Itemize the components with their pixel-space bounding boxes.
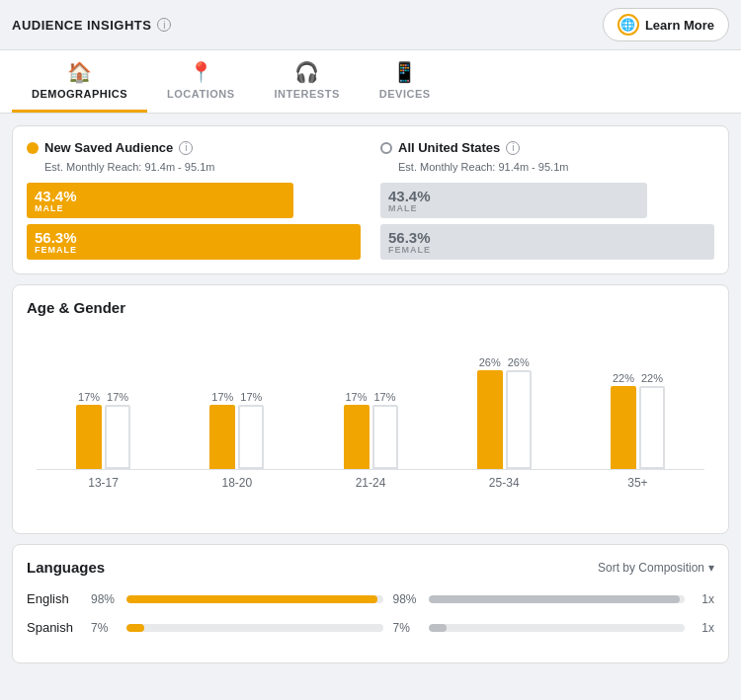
age-label-35plus: 35+ bbox=[627, 476, 647, 490]
audience2-info-icon[interactable]: i bbox=[506, 141, 520, 155]
globe-icon: 🌐 bbox=[618, 14, 639, 36]
chart-divider-1820 bbox=[170, 469, 303, 470]
audience1-name: New Saved Audience bbox=[44, 140, 173, 155]
languages-title: Languages bbox=[27, 559, 105, 576]
audience2-reach: Est. Monthly Reach: 91.4m - 95.1m bbox=[398, 161, 714, 173]
age-bar-yellow-2534 bbox=[477, 370, 503, 469]
age-gender-chart: 17% 17% 13-17 bbox=[27, 332, 714, 519]
audience1-male-pct: 43.4% bbox=[35, 189, 77, 203]
audience2-col: All United States i Est. Monthly Reach: … bbox=[380, 140, 714, 260]
audience2-female-bar: 56.3% FEMALE bbox=[380, 224, 714, 260]
age-group-35plus-wrap1: 22% bbox=[611, 372, 636, 469]
lang-bar-section-english-2: 98% bbox=[393, 592, 686, 606]
age-gender-title: Age & Gender bbox=[27, 299, 714, 316]
audience2-dot bbox=[380, 142, 392, 154]
tab-interests[interactable]: 🎧 INTERESTS bbox=[255, 50, 360, 113]
audience1-male-bar: 43.4% MALE bbox=[27, 183, 361, 218]
tab-demographics[interactable]: 🏠 DEMOGRAPHICS bbox=[12, 50, 147, 113]
age-bar-yellow-35plus bbox=[611, 386, 636, 469]
audience1-dot bbox=[27, 142, 39, 154]
age-group-21-24-pct1: 17% bbox=[345, 391, 367, 403]
age-bar-yellow-2124 bbox=[344, 405, 370, 469]
audience2-male-label: MALE bbox=[388, 203, 431, 213]
header-info-icon[interactable]: i bbox=[157, 18, 171, 32]
age-group-25-34-pct1: 26% bbox=[479, 356, 501, 368]
lang-pct-english-1: 98% bbox=[91, 592, 121, 606]
tab-locations-label: LOCATIONS bbox=[167, 88, 234, 100]
sort-by-label: Sort by Composition bbox=[598, 561, 704, 575]
learn-more-label: Learn More bbox=[645, 18, 714, 33]
tab-locations[interactable]: 📍 LOCATIONS bbox=[147, 50, 254, 113]
age-group-35plus-pct1: 22% bbox=[613, 372, 634, 384]
audience-insights-header: AUDIENCE INSIGHTS i 🌐 Learn More bbox=[0, 0, 741, 50]
language-row-spanish: Spanish 7% 7% 1x bbox=[27, 620, 714, 635]
audience1-female-bar: 56.3% FEMALE bbox=[27, 224, 361, 260]
age-group-18-20: 17% 17% 18-20 bbox=[170, 332, 303, 490]
tab-devices[interactable]: 📱 DEVICES bbox=[360, 50, 451, 113]
lang-pct-english-2: 98% bbox=[393, 592, 423, 606]
age-group-18-20-bars: 17% 17% bbox=[209, 391, 264, 469]
locations-icon: 📍 bbox=[189, 60, 213, 84]
age-label-1317: 13-17 bbox=[88, 476, 119, 490]
age-label-1820: 18-20 bbox=[221, 476, 252, 490]
age-group-35plus-pct2: 22% bbox=[641, 372, 663, 384]
lang-bar-track-spanish-2 bbox=[429, 624, 686, 632]
audience-comparison-card: New Saved Audience i Est. Monthly Reach:… bbox=[12, 125, 729, 274]
sort-by-dropdown[interactable]: Sort by Composition ▾ bbox=[598, 561, 714, 575]
age-group-13-17: 17% 17% 13-17 bbox=[37, 332, 170, 490]
audience2-male-text: 43.4% MALE bbox=[388, 189, 431, 213]
lang-multiplier-english: 1x bbox=[695, 592, 714, 606]
audience2-female-pct: 56.3% bbox=[388, 230, 431, 245]
audience2-name: All United States bbox=[398, 140, 500, 155]
tabs-bar: 🏠 DEMOGRAPHICS 📍 LOCATIONS 🎧 INTERESTS 📱… bbox=[0, 50, 741, 114]
learn-more-button[interactable]: 🌐 Learn More bbox=[603, 8, 729, 41]
audience2-header: All United States i bbox=[380, 140, 714, 155]
lang-name-spanish: Spanish bbox=[27, 620, 81, 635]
languages-header: Languages Sort by Composition ▾ bbox=[27, 559, 714, 576]
audience2-male-fill: 43.4% MALE bbox=[380, 183, 647, 218]
audience1-info-icon[interactable]: i bbox=[179, 141, 193, 155]
chevron-down-icon: ▾ bbox=[708, 561, 714, 575]
lang-name-english: English bbox=[27, 591, 81, 606]
age-group-13-17-pct2: 17% bbox=[107, 391, 128, 403]
audience1-male-label: MALE bbox=[35, 203, 77, 213]
tab-devices-label: DEVICES bbox=[379, 88, 431, 100]
chart-divider-1317 bbox=[37, 469, 170, 470]
age-group-35plus: 22% 22% 35+ bbox=[571, 332, 704, 490]
age-group-13-17-wrap1: 17% bbox=[76, 391, 102, 469]
interests-icon: 🎧 bbox=[294, 60, 319, 84]
age-label-2124: 21-24 bbox=[356, 476, 386, 490]
age-group-25-34: 26% 26% 25-34 bbox=[438, 332, 571, 490]
age-group-35plus-bars: 22% 22% bbox=[611, 372, 665, 469]
audience-row: New Saved Audience i Est. Monthly Reach:… bbox=[27, 140, 714, 260]
lang-bar-fill-spanish-2 bbox=[429, 624, 447, 632]
lang-bar-fill-english-2 bbox=[429, 595, 680, 603]
lang-bar-track-english-2 bbox=[429, 595, 686, 603]
age-bar-yellow-1317 bbox=[76, 405, 102, 469]
age-bar-white-35plus bbox=[639, 386, 665, 469]
audience1-header: New Saved Audience i bbox=[27, 140, 361, 155]
devices-icon: 📱 bbox=[392, 60, 417, 84]
audience2-female-text: 56.3% FEMALE bbox=[388, 230, 431, 255]
audience1-male-fill: 43.4% MALE bbox=[27, 183, 293, 218]
lang-bar-section-spanish-1: 7% bbox=[91, 621, 383, 635]
age-group-13-17-pct1: 17% bbox=[78, 391, 100, 403]
age-group-18-20-wrap1: 17% bbox=[209, 391, 235, 469]
languages-card: Languages Sort by Composition ▾ English … bbox=[12, 544, 729, 663]
age-label-2534: 25-34 bbox=[489, 476, 520, 490]
audience2-female-label: FEMALE bbox=[388, 245, 431, 255]
age-bar-white-1820 bbox=[238, 405, 264, 469]
age-group-18-20-pct2: 17% bbox=[240, 391, 262, 403]
age-group-21-24-wrap2: 17% bbox=[372, 391, 398, 469]
age-group-25-34-wrap1: 26% bbox=[477, 356, 503, 469]
age-gender-chart-card: Age & Gender 17% 17% bbox=[12, 284, 729, 534]
audience1-gender-bars: 43.4% MALE 56.3% FEMALE bbox=[27, 183, 361, 260]
page-title: AUDIENCE INSIGHTS bbox=[12, 18, 151, 33]
tab-interests-label: INTERESTS bbox=[275, 88, 340, 100]
audience1-female-pct: 56.3% bbox=[35, 230, 77, 245]
audience2-gender-bars: 43.4% MALE 56.3% FEMALE bbox=[380, 183, 714, 260]
chart-divider-2124 bbox=[303, 469, 437, 470]
chart-divider-35plus bbox=[571, 469, 704, 470]
audience2-female-fill: 56.3% FEMALE bbox=[380, 224, 714, 260]
age-bar-yellow-1820 bbox=[209, 405, 235, 469]
